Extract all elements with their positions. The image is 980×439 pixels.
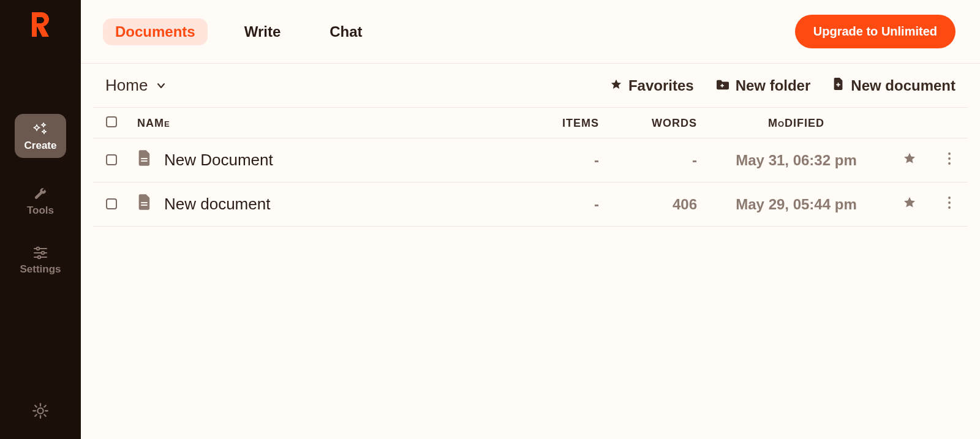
svg-rect-20 (141, 160, 148, 162)
breadcrumb[interactable]: Home (105, 76, 166, 95)
theme-toggle-icon[interactable] (32, 411, 49, 421)
sparkle-icon (32, 122, 48, 136)
app-logo[interactable] (28, 11, 53, 40)
sidebar: Create Tools Settings (0, 0, 81, 439)
breadcrumb-label: Home (105, 76, 148, 95)
sidebar-item-label: Settings (20, 263, 61, 276)
tab-label: Write (244, 23, 281, 40)
svg-line-11 (35, 405, 36, 407)
svg-point-3 (42, 252, 44, 254)
document-table: NAMe ITEMS WORDS MoDIFIED (93, 107, 968, 227)
svg-rect-19 (141, 158, 148, 159)
col-more (931, 108, 968, 138)
row-checkbox[interactable] (106, 154, 117, 165)
sub-actions: Favorites New folder (610, 77, 956, 94)
sidebar-item-create[interactable]: Create (15, 114, 67, 158)
file-add-icon (832, 77, 845, 94)
new-document-label: New document (851, 77, 956, 94)
row-items: - (594, 196, 599, 212)
svg-point-22 (948, 157, 951, 160)
table-row[interactable]: New Document - - May 31, 06:32 pm (93, 138, 968, 182)
sidebar-item-label: Tools (27, 204, 54, 217)
svg-rect-24 (141, 202, 148, 203)
table-row[interactable]: New document - 406 May 29, 05:44 pm (93, 182, 968, 227)
svg-line-13 (35, 415, 36, 416)
tab-label: Documents (115, 23, 195, 40)
svg-point-1 (37, 247, 39, 250)
more-menu-icon[interactable] (948, 196, 951, 212)
row-name-cell[interactable]: New Document (137, 149, 513, 171)
col-items[interactable]: ITEMS (521, 108, 606, 138)
svg-line-12 (44, 415, 45, 416)
sidebar-item-settings[interactable]: Settings (20, 246, 61, 276)
col-modified[interactable]: MoDIFIED (704, 108, 888, 138)
document-table-wrap: NAMe ITEMS WORDS MoDIFIED (81, 107, 980, 227)
new-folder-button[interactable]: New folder (716, 77, 811, 94)
row-items: - (594, 152, 599, 168)
wrench-icon (34, 187, 47, 201)
more-menu-icon[interactable] (948, 152, 951, 168)
svg-rect-25 (141, 204, 148, 206)
row-name-cell[interactable]: New document (137, 193, 513, 215)
svg-rect-16 (720, 84, 723, 86)
svg-point-27 (948, 201, 951, 204)
row-words: - (692, 152, 697, 168)
sliders-icon (33, 246, 48, 260)
document-icon (137, 193, 152, 215)
svg-point-5 (38, 256, 40, 258)
sidebar-item-tools[interactable]: Tools (27, 187, 54, 217)
col-name[interactable]: NAMe (130, 108, 521, 138)
row-name: New Document (164, 151, 273, 170)
svg-point-6 (37, 408, 43, 413)
row-name: New document (164, 195, 270, 214)
row-modified: May 31, 06:32 pm (736, 152, 856, 168)
svg-point-28 (948, 206, 951, 209)
svg-point-21 (948, 152, 951, 155)
tab-documents[interactable]: Documents (103, 18, 208, 45)
new-folder-label: New folder (736, 77, 811, 94)
table-header-row: NAMe ITEMS WORDS MoDIFIED (93, 108, 968, 138)
tab-label: Chat (330, 23, 362, 40)
sidebar-item-label: Create (24, 140, 57, 152)
select-all-checkbox[interactable] (106, 116, 117, 127)
svg-rect-18 (837, 84, 840, 85)
favorite-toggle-icon[interactable] (903, 196, 916, 212)
favorites-button[interactable]: Favorites (610, 77, 694, 94)
svg-point-23 (948, 162, 951, 165)
row-modified: May 29, 05:44 pm (736, 196, 856, 212)
col-favorite (888, 108, 931, 138)
row-checkbox[interactable] (106, 198, 117, 209)
tab-chat[interactable]: Chat (317, 18, 374, 45)
new-document-button[interactable]: New document (832, 77, 956, 94)
star-icon (610, 77, 622, 94)
tab-write[interactable]: Write (232, 18, 293, 45)
document-icon (137, 149, 152, 171)
upgrade-button[interactable]: Upgrade to Unlimited (795, 15, 956, 48)
col-select (93, 108, 130, 138)
folder-add-icon (716, 77, 729, 94)
topbar: Documents Write Chat Upgrade to Unlimite… (81, 0, 980, 64)
svg-point-26 (948, 197, 951, 199)
svg-line-14 (44, 405, 45, 407)
subbar: Home Favorites (81, 64, 980, 107)
chevron-down-icon (156, 76, 166, 95)
logo-icon (28, 11, 53, 38)
upgrade-label: Upgrade to Unlimited (813, 24, 937, 38)
row-words: 406 (673, 196, 697, 212)
favorite-toggle-icon[interactable] (903, 152, 916, 168)
main: Documents Write Chat Upgrade to Unlimite… (81, 0, 980, 439)
col-words[interactable]: WORDS (606, 108, 704, 138)
tabs: Documents Write Chat (103, 18, 375, 45)
favorites-label: Favorites (628, 77, 694, 94)
